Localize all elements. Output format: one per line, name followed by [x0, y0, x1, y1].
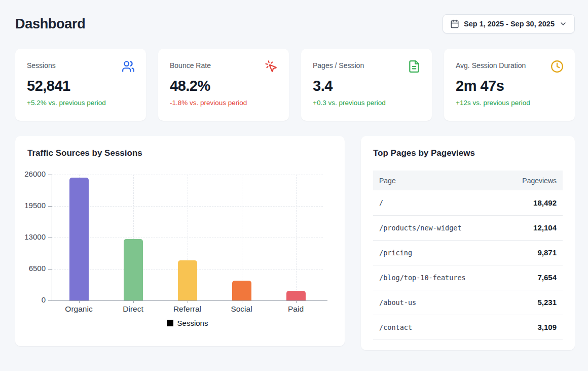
chevron-down-icon — [559, 20, 567, 28]
top-pages-panel: Top Pages by Pageviews Page Pageviews / … — [361, 136, 575, 350]
stat-value: 48.2% — [170, 78, 278, 94]
stat-trend: -1.8% vs. previous period — [170, 99, 278, 107]
date-range-picker[interactable]: Sep 1, 2025 - Sep 30, 2025 — [443, 14, 575, 33]
column-header-pageviews: Pageviews — [502, 171, 563, 190]
y-tick-label: 6500 — [23, 264, 46, 273]
dashboard-page: Dashboard Sep 1, 2025 - Sep 30, 2025 Ses… — [0, 0, 588, 350]
table-row: /products/new-widget 12,104 — [373, 215, 563, 240]
table-row: /contact 3,109 — [373, 315, 563, 340]
stat-trend: +12s vs. previous period — [456, 99, 564, 107]
users-icon — [122, 60, 135, 73]
table-row: / 18,492 — [373, 190, 563, 215]
y-tick-label: 19500 — [23, 201, 46, 210]
stat-card: Sessions 52,841 +5.2% vs. previous perio… — [15, 49, 146, 121]
table-row: /about-us 5,231 — [373, 290, 563, 315]
pageviews-cell: 7,654 — [502, 265, 563, 290]
y-tick — [48, 238, 52, 238]
traffic-sources-chart-panel: Traffic Sources by Sessions 065001300019… — [15, 136, 345, 346]
pageviews-cell: 12,104 — [502, 215, 563, 240]
page-path-cell: /pricing — [373, 240, 502, 265]
table-row: /pricing 9,871 — [373, 240, 563, 265]
date-range-label: Sep 1, 2025 - Sep 30, 2025 — [464, 20, 555, 28]
legend-swatch — [167, 320, 173, 326]
chart-title: Traffic Sources by Sessions — [27, 148, 333, 158]
y-tick-label: 0 — [23, 295, 46, 304]
page-title: Dashboard — [15, 16, 85, 32]
document-icon — [408, 60, 421, 73]
x-category-label: Direct — [111, 305, 156, 314]
stat-label: Sessions — [27, 60, 56, 70]
stat-value: 2m 47s — [456, 78, 564, 94]
bar-direct[interactable] — [124, 239, 143, 300]
legend-label: Sessions — [177, 319, 208, 327]
bar-paid[interactable] — [286, 291, 306, 300]
stat-card: Pages / Session 3.4 +0.3 vs. previous pe… — [301, 49, 432, 121]
stat-cards-row: Sessions 52,841 +5.2% vs. previous perio… — [15, 49, 575, 121]
stat-card: Bounce Rate 48.2% -1.8% vs. previous per… — [158, 49, 289, 121]
x-category-label: Social — [219, 305, 265, 314]
y-axis — [52, 175, 52, 300]
bar-chart: 06500130001950026000OrganicDirectReferra… — [23, 168, 327, 332]
x-category-label: Referral — [165, 305, 210, 314]
bar-referral[interactable] — [178, 260, 197, 300]
clock-icon — [550, 60, 564, 73]
y-tick — [48, 206, 52, 207]
y-tick-label: 13000 — [23, 232, 46, 241]
x-axis — [48, 300, 327, 301]
calendar-icon — [450, 19, 459, 28]
stat-label: Pages / Session — [313, 60, 364, 70]
page-header: Dashboard Sep 1, 2025 - Sep 30, 2025 — [15, 14, 575, 33]
pageviews-cell: 18,492 — [502, 190, 563, 215]
top-pages-table: Page Pageviews / 18,492 /products/new-wi… — [373, 171, 563, 340]
table-row: /blog/top-10-features 7,654 — [373, 265, 563, 290]
y-tick-label: 26000 — [23, 170, 46, 178]
chart-legend: Sessions — [52, 319, 323, 327]
stat-card: Avg. Session Duration 2m 47s +12s vs. pr… — [444, 49, 575, 121]
column-header-page: Page — [373, 171, 502, 190]
cursor-click-icon — [265, 60, 278, 73]
y-tick — [48, 269, 52, 269]
x-category-label: Organic — [56, 305, 102, 314]
pageviews-cell: 5,231 — [502, 290, 563, 315]
gridline — [296, 175, 297, 300]
table-title: Top Pages by Pageviews — [373, 148, 563, 158]
bar-organic[interactable] — [69, 178, 89, 300]
stat-trend: +0.3 vs. previous period — [313, 99, 421, 107]
stat-value: 3.4 — [313, 78, 421, 94]
page-path-cell: /about-us — [373, 290, 502, 315]
bar-social[interactable] — [232, 281, 251, 300]
table-header-row: Page Pageviews — [373, 171, 563, 190]
stat-value: 52,841 — [27, 78, 135, 94]
stat-trend: +5.2% vs. previous period — [27, 99, 135, 107]
stat-label: Avg. Session Duration — [456, 60, 526, 70]
page-path-cell: / — [373, 190, 502, 215]
page-path-cell: /blog/top-10-features — [373, 265, 502, 290]
stat-label: Bounce Rate — [170, 60, 211, 70]
page-path-cell: /contact — [373, 315, 502, 340]
pageviews-cell: 9,871 — [502, 240, 563, 265]
pageviews-cell: 3,109 — [502, 315, 563, 340]
y-tick — [48, 175, 52, 175]
content-row: Traffic Sources by Sessions 065001300019… — [15, 136, 575, 350]
x-category-label: Paid — [273, 305, 319, 314]
page-path-cell: /products/new-widget — [373, 215, 502, 240]
